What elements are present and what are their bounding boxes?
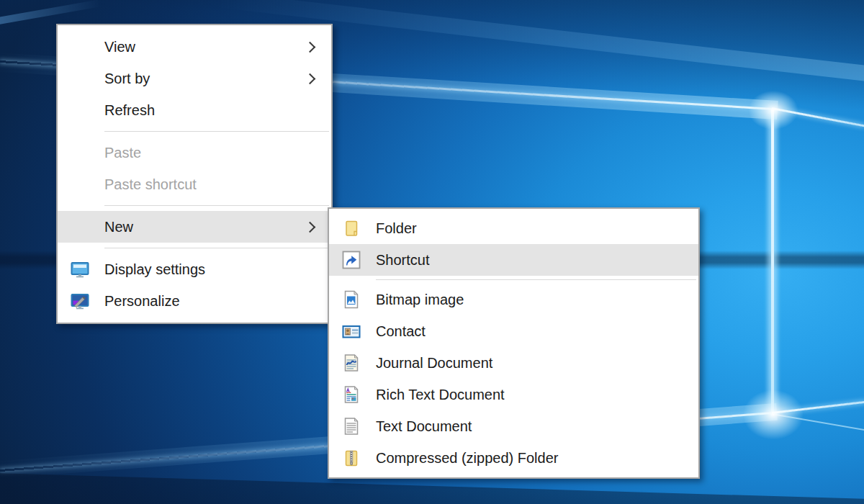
menu-item-paste: Paste — [58, 137, 331, 168]
menu-item-label: Contact — [376, 323, 683, 340]
new-submenu: Folder Shortcut Bitmap image — [328, 207, 700, 479]
menu-item-display-settings[interactable]: Display settings — [58, 253, 331, 285]
icon-slot — [70, 37, 90, 57]
icon-slot — [70, 174, 90, 194]
menu-item-label: Refresh — [104, 102, 315, 119]
submenu-item-folder[interactable]: Folder — [329, 212, 698, 244]
icon-slot — [70, 100, 90, 120]
submenu-item-compressed-folder[interactable]: Compressed (zipped) Folder — [329, 442, 698, 474]
menu-item-label: Compressed (zipped) Folder — [376, 450, 683, 467]
submenu-item-bitmap-image[interactable]: Bitmap image — [329, 284, 698, 315]
menu-item-view[interactable]: View — [58, 31, 331, 63]
submenu-item-contact[interactable]: Contact — [329, 315, 698, 347]
menu-item-label: View — [104, 39, 306, 55]
menu-item-label: Sort by — [104, 71, 306, 87]
menu-item-label: Paste — [104, 145, 315, 161]
text-document-icon — [341, 416, 361, 436]
menu-item-label: Shortcut — [376, 252, 683, 269]
windows-logo-vertical-line — [771, 109, 774, 415]
menu-separator — [104, 205, 329, 206]
menu-item-sort-by[interactable]: Sort by — [58, 63, 331, 94]
windows-logo-bottom-corner-glow — [733, 382, 814, 448]
menu-item-label: Journal Document — [376, 355, 683, 372]
icon-slot — [70, 217, 90, 237]
menu-separator — [104, 248, 329, 248]
menu-item-label: Paste shortcut — [104, 176, 315, 193]
menu-item-label: Folder — [376, 220, 683, 237]
menu-item-label: Rich Text Document — [376, 387, 683, 403]
folder-icon — [341, 218, 361, 238]
menu-separator — [376, 279, 696, 280]
menu-separator — [104, 131, 329, 132]
menu-item-label: New — [104, 219, 306, 235]
submenu-item-text-document[interactable]: Text Document — [329, 410, 698, 442]
desktop: View Sort by Refresh Paste Paste shortcu… — [0, 0, 864, 504]
menu-item-label: Bitmap image — [376, 292, 683, 308]
menu-item-label: Personalize — [104, 293, 315, 310]
chevron-right-icon — [305, 221, 316, 233]
shortcut-icon — [341, 250, 361, 270]
rich-text-document-icon — [341, 384, 361, 405]
windows-logo-top-corner-glow — [740, 84, 806, 136]
zip-folder-icon — [341, 448, 361, 468]
chevron-right-icon — [305, 41, 316, 53]
desktop-context-menu: View Sort by Refresh Paste Paste shortcu… — [56, 24, 333, 324]
menu-item-personalize[interactable]: Personalize — [58, 285, 331, 317]
submenu-item-rich-text-document[interactable]: Rich Text Document — [329, 379, 698, 410]
submenu-item-journal-document[interactable]: Journal Document — [329, 347, 698, 379]
menu-item-label: Display settings — [104, 261, 315, 278]
contact-icon — [341, 321, 361, 341]
menu-item-refresh[interactable]: Refresh — [58, 94, 331, 126]
journal-document-icon — [341, 353, 361, 373]
submenu-item-shortcut[interactable]: Shortcut — [329, 244, 698, 276]
menu-item-paste-shortcut: Paste shortcut — [58, 168, 331, 200]
display-settings-icon — [70, 259, 90, 279]
menu-item-label: Text Document — [376, 418, 683, 435]
menu-item-new[interactable]: New — [58, 211, 331, 243]
icon-slot — [70, 143, 90, 163]
icon-slot — [70, 68, 90, 89]
bitmap-image-icon — [341, 289, 361, 310]
chevron-right-icon — [305, 73, 316, 84]
personalize-icon — [70, 291, 90, 311]
